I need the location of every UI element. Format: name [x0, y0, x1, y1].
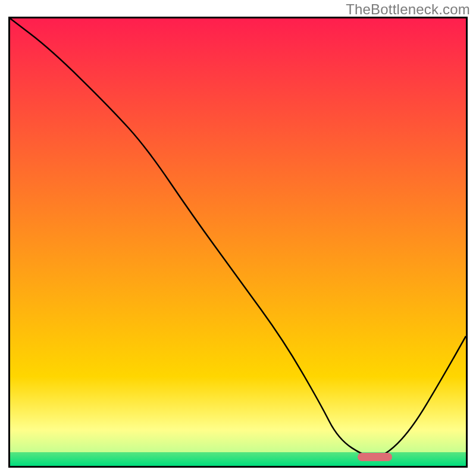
gradient-background — [10, 18, 466, 466]
plot-frame — [8, 17, 468, 468]
plot-area — [10, 18, 466, 466]
chart-wrapper: { "watermark": "TheBottleneck.com", "cha… — [0, 0, 476, 476]
watermark-text: TheBottleneck.com — [346, 1, 470, 18]
optimal-marker — [358, 453, 392, 461]
chart-svg — [10, 18, 466, 466]
